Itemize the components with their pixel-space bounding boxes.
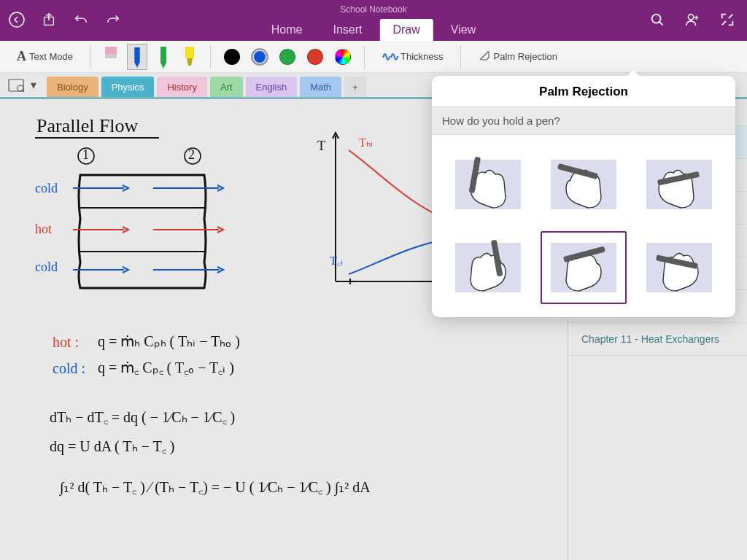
ink-eq-cold: q = ṁ꜀ Cₚ꜀ ( T꜀ₒ − T꜀ᵢ ) <box>98 359 234 376</box>
svg-point-0 <box>9 12 24 27</box>
color-blue[interactable] <box>252 49 268 65</box>
tab-draw[interactable]: Draw <box>379 19 433 41</box>
ink-hot-label: hot : <box>53 334 79 351</box>
ink-underline <box>35 137 159 139</box>
color-green[interactable] <box>279 49 295 65</box>
svg-rect-4 <box>105 47 117 54</box>
section-tab-history[interactable]: History <box>157 77 206 97</box>
ribbon-tabs: Home Insert Draw View <box>258 16 489 41</box>
svg-point-3 <box>689 15 694 20</box>
ink-cold-label: cold : <box>53 360 85 377</box>
pen-grip-option-5[interactable] <box>541 231 626 304</box>
search-icon[interactable] <box>648 10 667 29</box>
fullscreen-icon[interactable] <box>718 10 737 29</box>
eraser-tool[interactable] <box>101 44 121 70</box>
thickness-label: Thickness <box>400 51 444 62</box>
popover-question: How do you hold a pen? <box>432 107 735 135</box>
thickness-button[interactable]: ∿∿ Thickness <box>375 45 450 69</box>
share-icon[interactable] <box>39 10 58 29</box>
ink-eq4: dq = U dA ( Tₕ − T꜀ ) <box>50 438 174 455</box>
chevron-down-icon: ▾ <box>31 78 36 92</box>
tab-view[interactable]: View <box>438 19 489 41</box>
ink-Thi: Tₕᵢ <box>359 136 373 149</box>
ink-Tci: T꜀ᵢ <box>330 254 343 268</box>
undo-icon[interactable] <box>71 10 90 29</box>
draw-ribbon: A Text Mode ∿∿ Thickness Palm Rejection <box>0 41 747 73</box>
section-tab-biology[interactable]: Biology <box>47 77 98 97</box>
redo-icon[interactable] <box>104 10 123 29</box>
section-tab-math[interactable]: Math <box>300 77 341 97</box>
pen-grip-option-4[interactable] <box>445 231 530 304</box>
ink-eq-hot: q = ṁₕ Cₚₕ ( Tₕᵢ − Tₕₒ ) <box>98 332 240 350</box>
color-black[interactable] <box>224 49 240 65</box>
pen-grip-option-2[interactable] <box>541 148 626 221</box>
text-mode-label: Text Mode <box>29 51 73 62</box>
tab-insert[interactable]: Insert <box>320 19 375 41</box>
text-mode-button[interactable]: A Text Mode <box>10 45 80 69</box>
ink-label-cold-top: cold <box>35 181 58 196</box>
palm-rejection-popover: Palm Rejection How do you hold a pen? <box>432 76 735 317</box>
ink-label-cold-bot: cold <box>35 260 58 275</box>
add-section-button[interactable]: + <box>344 77 366 97</box>
section-tab-english[interactable]: English <box>246 77 298 97</box>
ink-heat-exchanger-diagram <box>73 168 226 290</box>
svg-rect-6 <box>185 47 194 58</box>
ink-eq3: dTₕ − dT꜀ = dq ( − 1⁄Cₕ − 1⁄C꜀ ) <box>50 408 235 426</box>
add-user-icon[interactable] <box>683 10 702 29</box>
pen-grip-grid <box>432 135 735 317</box>
pen-grip-option-3[interactable] <box>637 148 722 221</box>
svg-point-2 <box>652 15 661 23</box>
palm-rejection-button[interactable]: Palm Rejection <box>471 45 564 69</box>
title-bar: School Notebook Home Insert Draw View <box>0 0 747 41</box>
pen-blue-tool[interactable] <box>127 44 147 70</box>
popover-arrow <box>626 70 640 77</box>
palm-rejection-icon <box>478 49 491 64</box>
thickness-icon: ∿∿ <box>382 50 398 63</box>
tab-home[interactable]: Home <box>258 19 316 41</box>
ink-label-hot: hot <box>35 222 52 237</box>
section-tab-physics[interactable]: Physics <box>101 77 155 97</box>
popover-title: Palm Rejection <box>432 76 735 107</box>
color-wheel-icon[interactable] <box>335 49 351 65</box>
ink-eq5: ∫₁² d( Tₕ − T꜀ ) ⁄ (Tₕ − T꜀) = − U ( 1⁄C… <box>60 478 371 496</box>
pen-green-tool[interactable] <box>153 44 174 70</box>
text-mode-icon: A <box>17 49 26 64</box>
back-icon[interactable] <box>7 10 26 29</box>
svg-rect-5 <box>105 54 117 58</box>
highlighter-yellow-tool[interactable] <box>179 44 200 70</box>
ink-axis-T: T <box>317 139 325 154</box>
pen-grip-option-1[interactable] <box>445 148 530 221</box>
page-item[interactable]: Chapter 11 - Heat Exchangers <box>568 323 747 356</box>
color-red[interactable] <box>307 49 323 65</box>
notebook-dropdown[interactable]: ▾ <box>0 73 44 97</box>
palm-rejection-label: Palm Rejection <box>494 51 557 62</box>
ink-heading: Parallel Flow <box>36 115 138 137</box>
pen-grip-option-6[interactable] <box>637 231 722 304</box>
section-tab-art[interactable]: Art <box>210 77 243 97</box>
